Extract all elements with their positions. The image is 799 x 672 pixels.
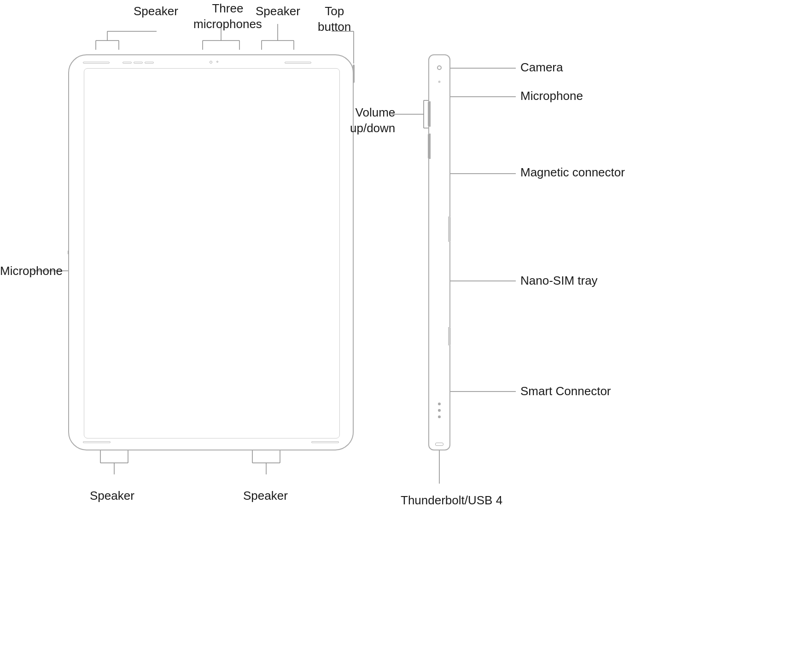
label-bottom-speaker-right: Speaker: [243, 488, 288, 504]
label-side-microphone: Microphone: [520, 88, 583, 104]
label-top-speaker-right: Speaker: [256, 4, 300, 19]
top-mic-grille1: [122, 62, 132, 64]
label-side-camera: Camera: [520, 60, 563, 76]
side-magnetic-element: [448, 216, 451, 242]
label-magnetic: Magnetic connector: [520, 165, 625, 181]
front-sensor-dot: [216, 61, 218, 63]
ipad-screen: [84, 68, 340, 438]
label-smart-connector: Smart Connector: [520, 384, 611, 399]
top-button-element: [353, 64, 355, 83]
ipad-side: [428, 54, 450, 450]
bottom-speaker-left-grille: [83, 441, 111, 443]
side-nano-sim-element: [448, 327, 451, 345]
label-three-microphones: Threemicrophones: [193, 1, 262, 32]
side-camera-element: [437, 65, 442, 70]
top-speaker-right-grille: [285, 62, 311, 64]
diagram-container: Speaker Threemicrophones Speaker Topbutt…: [0, 0, 799, 672]
side-volume-down: [428, 134, 431, 159]
bottom-speaker-right-grille: [311, 441, 339, 443]
label-nano-sim: Nano-SIM tray: [520, 273, 598, 289]
top-mic-grille2: [134, 62, 143, 64]
side-volume-up: [428, 101, 431, 127]
left-mic-element: [68, 251, 69, 254]
side-mic-element: [438, 81, 441, 83]
label-bottom-speaker-left: Speaker: [90, 488, 134, 504]
ipad-front: [68, 54, 354, 450]
label-top-button: Topbutton: [318, 4, 351, 35]
label-top-speaker-left: Speaker: [134, 4, 178, 19]
label-thunderbolt: Thunderbolt/USB 4: [401, 493, 502, 508]
thunderbolt-port: [435, 443, 443, 446]
top-speaker-left-grille: [83, 62, 110, 64]
front-camera-dot: [210, 61, 212, 64]
top-mic-grille3: [145, 62, 154, 64]
smart-connector-dots: [438, 403, 441, 418]
label-volume: Volumeup/down: [350, 105, 395, 136]
label-left-microphone: Microphone: [0, 263, 63, 279]
